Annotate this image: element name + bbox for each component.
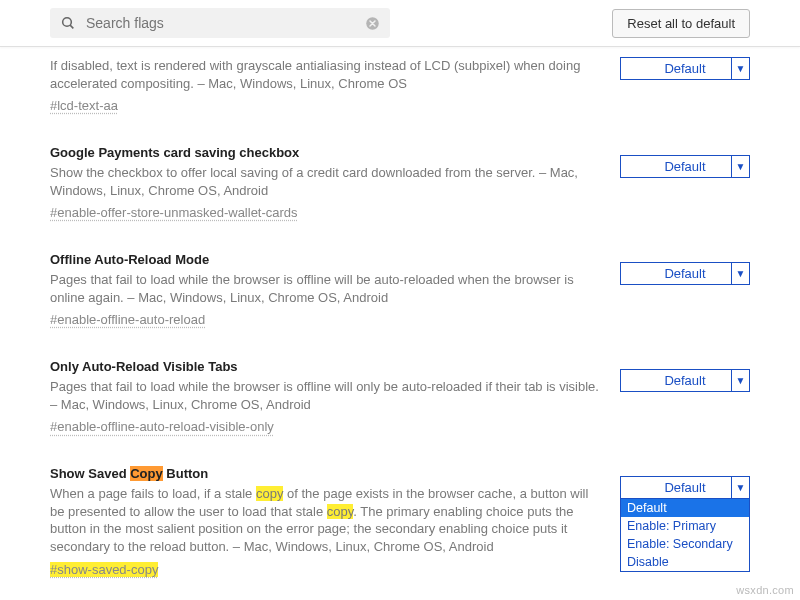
flag-title: Google Payments card saving checkbox xyxy=(50,145,602,160)
watermark-text: wsxdn.com xyxy=(736,584,794,596)
flag-state-select[interactable]: Default ▼ xyxy=(620,155,750,178)
select-value: Default xyxy=(664,266,705,281)
flag-item: Show Saved Copy Button When a page fails… xyxy=(50,452,750,594)
flag-description: Show the checkbox to offer local saving … xyxy=(50,164,602,199)
search-input[interactable] xyxy=(84,14,365,32)
chevron-down-icon: ▼ xyxy=(731,156,749,177)
select-option[interactable]: Disable xyxy=(621,553,749,571)
clear-search-icon[interactable] xyxy=(365,16,380,31)
flag-state-select[interactable]: Default ▼ xyxy=(620,476,750,499)
select-option[interactable]: Enable: Secondary xyxy=(621,535,749,553)
chevron-down-icon: ▼ xyxy=(731,58,749,79)
select-value: Default xyxy=(664,159,705,174)
flag-state-select[interactable]: Default ▼ xyxy=(620,369,750,392)
flag-description: Pages that fail to load while the browse… xyxy=(50,271,602,306)
header-bar: Reset all to default xyxy=(0,0,800,47)
flags-list: If disabled, text is rendered with grays… xyxy=(0,47,800,600)
highlight-match: Copy xyxy=(130,466,163,481)
flag-description: When a page fails to load, if a stale co… xyxy=(50,485,602,555)
select-option[interactable]: Default xyxy=(621,499,749,517)
flag-title: Offline Auto-Reload Mode xyxy=(50,252,602,267)
flag-description: Pages that fail to load while the browse… xyxy=(50,378,602,413)
highlight-match: copy xyxy=(256,486,283,501)
flag-item: Default tile width Specify the default t… xyxy=(50,595,750,600)
flag-title: Show Saved Copy Button xyxy=(50,466,602,481)
chevron-down-icon: ▼ xyxy=(731,263,749,284)
select-option[interactable]: Enable: Primary xyxy=(621,517,749,535)
reset-all-button[interactable]: Reset all to default xyxy=(612,9,750,38)
flag-hash-link[interactable]: #lcd-text-aa xyxy=(50,98,118,113)
select-value: Default xyxy=(664,373,705,388)
flag-item: Only Auto-Reload Visible Tabs Pages that… xyxy=(50,345,750,452)
flag-state-select[interactable]: Default ▼ xyxy=(620,57,750,80)
search-icon xyxy=(60,15,76,31)
flag-description: If disabled, text is rendered with grays… xyxy=(50,57,602,92)
select-dropdown: Default Enable: Primary Enable: Secondar… xyxy=(620,498,750,572)
highlight-match: copy xyxy=(327,504,354,519)
select-value: Default xyxy=(664,61,705,76)
chevron-down-icon: ▼ xyxy=(731,370,749,391)
svg-line-1 xyxy=(70,25,73,28)
flag-title: Only Auto-Reload Visible Tabs xyxy=(50,359,602,374)
svg-point-0 xyxy=(63,18,72,27)
flag-hash-link[interactable]: #enable-offline-auto-reload-visible-only xyxy=(50,419,274,434)
flag-hash-link[interactable]: #enable-offer-store-unmasked-wallet-card… xyxy=(50,205,298,220)
select-value: Default xyxy=(664,480,705,495)
flag-item: If disabled, text is rendered with grays… xyxy=(50,57,750,131)
flag-hash-link[interactable]: #enable-offline-auto-reload xyxy=(50,312,205,327)
flag-state-select[interactable]: Default ▼ xyxy=(620,262,750,285)
search-box[interactable] xyxy=(50,8,390,38)
chevron-down-icon: ▼ xyxy=(731,477,749,498)
flag-item: Google Payments card saving checkbox Sho… xyxy=(50,131,750,238)
flag-item: Offline Auto-Reload Mode Pages that fail… xyxy=(50,238,750,345)
flag-hash-link[interactable]: #show-saved-copy xyxy=(50,562,158,577)
